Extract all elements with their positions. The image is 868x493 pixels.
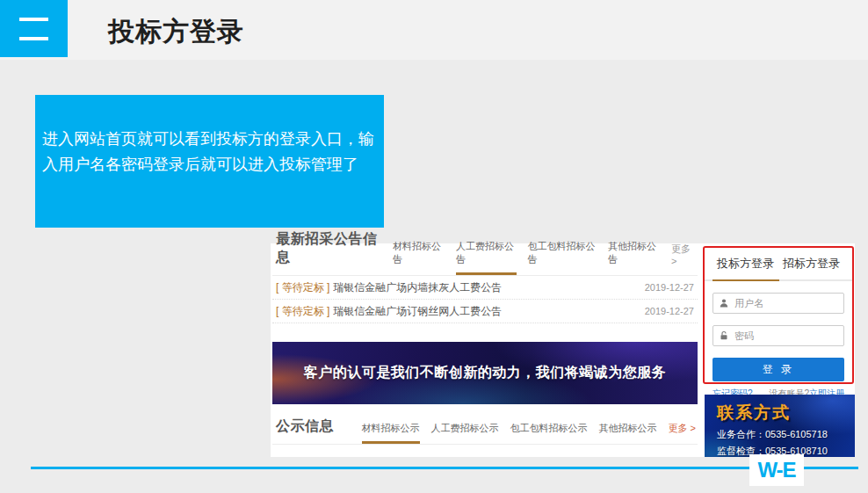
- status-badge: [ 等待定标 ]: [276, 304, 329, 319]
- tab-labor-announcement[interactable]: 人工费招标公告: [456, 240, 517, 275]
- publicity-more-link[interactable]: 更多 >: [669, 422, 696, 444]
- website-screenshot: 最新招采公告信息 材料招标公告 人工费招标公告 包工包料招标公告 其他招标公告 …: [271, 243, 855, 457]
- slogan-banner-image: 客户的认可是我们不断创新的动力，我们将竭诚为您服务: [272, 342, 698, 404]
- tab-other-publicity[interactable]: 其他招标公示: [599, 422, 657, 444]
- login-panel: 投标方登录 招标方登录 登 录 忘记密码? 没有账号?立即注册: [703, 246, 854, 384]
- announcements-title: 最新招采公告信息: [276, 230, 381, 275]
- announcements-more-link[interactable]: 更多 >: [671, 243, 696, 275]
- tab-bidder-login[interactable]: 投标方登录: [717, 256, 774, 272]
- announcements-tabs: 材料招标公告 人工费招标公告 包工包料招标公告 其他招标公告 更多 >: [381, 240, 696, 275]
- we-logo: W-E: [749, 454, 804, 486]
- username-input[interactable]: [734, 298, 838, 308]
- announcement-row[interactable]: [ 等待定标 ] 瑞银信金融广场内墙抹灰人工费公告 2019-12-27: [272, 276, 698, 300]
- tab-other-announcement[interactable]: 其他招标公告: [608, 240, 660, 275]
- login-button[interactable]: 登 录: [712, 358, 844, 381]
- slide-logo-icon: [0, 0, 68, 57]
- user-icon: [719, 298, 729, 308]
- tab-material-publicity[interactable]: 材料招标公示: [362, 422, 420, 444]
- logo-bar: [19, 37, 48, 40]
- page-title: 投标方登录: [108, 14, 244, 50]
- announcement-row[interactable]: [ 等待定标 ] 瑞银信金融广场订钢丝网人工费公告 2019-12-27: [272, 300, 698, 323]
- slide-header: 投标方登录: [0, 0, 868, 60]
- callout-box: 进入网站首页就可以看到投标方的登录入口，输入用户名各密码登录后就可以进入投标管理…: [35, 95, 384, 228]
- publicity-header: 公示信息 材料招标公示 人工费招标公示 包工包料招标公示 其他招标公示 更多 >: [272, 412, 698, 445]
- login-column: 投标方登录 招标方登录 登 录 忘记密码? 没有账号?立即注册: [703, 243, 855, 457]
- login-tab-underline: [705, 279, 852, 281]
- lock-icon: [719, 330, 729, 341]
- footer-divider: [31, 467, 858, 469]
- tab-tenderer-login[interactable]: 招标方登录: [783, 256, 840, 272]
- announcement-date: 2019-12-27: [645, 306, 694, 316]
- tab-material-announcement[interactable]: 材料招标公告: [393, 240, 445, 275]
- announcement-link[interactable]: 瑞银信金融广场内墙抹灰人工费公告: [333, 280, 502, 295]
- contact-banner: 联系方式 业务合作：0535-6105718 监督检查：0535-6108710: [705, 395, 855, 457]
- tab-package-publicity[interactable]: 包工包料招标公示: [510, 422, 588, 444]
- publicity-title: 公示信息: [276, 417, 334, 444]
- announcement-link[interactable]: 瑞银信金融广场订钢丝网人工费公告: [333, 304, 502, 319]
- publicity-tabs: 材料招标公示 人工费招标公示 包工包料招标公示 其他招标公示 更多 >: [351, 422, 696, 444]
- banner-slogan-text: 客户的认可是我们不断创新的动力，我们将竭诚为您服务: [304, 364, 667, 382]
- password-field-wrapper: [712, 325, 844, 346]
- active-tab-indicator: [712, 279, 779, 281]
- logo-bar: [19, 18, 48, 21]
- status-badge: [ 等待定标 ]: [276, 280, 329, 295]
- announcements-column: 最新招采公告信息 材料招标公告 人工费招标公告 包工包料招标公告 其他招标公告 …: [272, 243, 698, 457]
- username-field-wrapper: [712, 293, 844, 314]
- tab-labor-publicity[interactable]: 人工费招标公示: [431, 422, 499, 444]
- contact-phone-business: 业务合作：0535-6105718: [717, 428, 855, 441]
- announcement-date: 2019-12-27: [645, 282, 694, 293]
- login-tabs: 投标方登录 招标方登录: [705, 248, 852, 272]
- callout-text: 进入网站首页就可以看到投标方的登录入口，输入用户名各密码登录后就可以进入投标管理…: [42, 127, 379, 178]
- announcements-header: 最新招采公告信息 材料招标公告 人工费招标公告 包工包料招标公告 其他招标公告 …: [272, 243, 698, 276]
- tab-package-announcement[interactable]: 包工包料招标公告: [528, 240, 597, 275]
- contact-title: 联系方式: [717, 402, 855, 424]
- password-input[interactable]: [734, 330, 838, 341]
